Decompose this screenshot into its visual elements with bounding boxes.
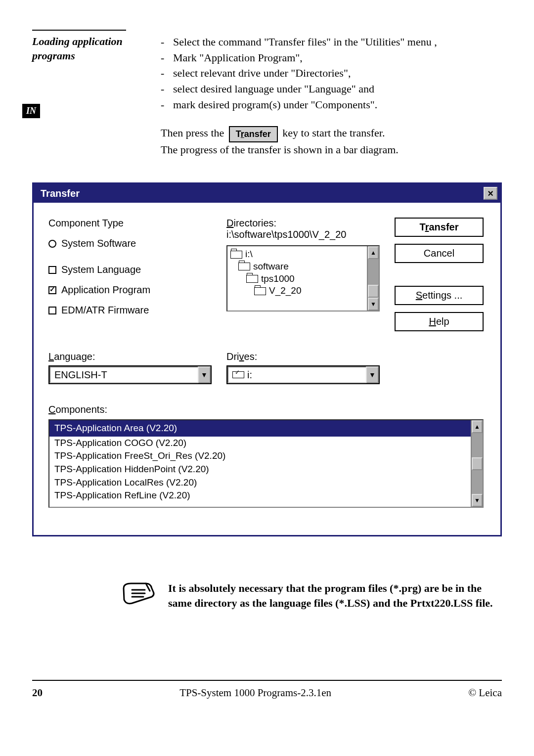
footer-center: TPS-System 1000 Programs-2.3.1en (179, 687, 331, 699)
list-item[interactable]: TPS-Application COGO (V2.20) (49, 437, 471, 450)
folder-open-icon (254, 287, 266, 295)
footer: 20 TPS-System 1000 Programs-2.3.1en © Le… (32, 687, 502, 699)
note-hand-icon (121, 581, 156, 610)
list-item[interactable]: TPS-Application LocalRes (V2.20) (49, 476, 471, 489)
instruction-item: select desired language under "Language"… (161, 82, 507, 96)
scroll-down-icon[interactable]: ▼ (368, 298, 379, 311)
dialog-title: Transfer (41, 188, 80, 199)
footer-right: © Leica (468, 687, 502, 699)
button-column: Transfer Cancel Settings ... Help (395, 218, 484, 331)
radio-icon (48, 240, 56, 248)
list-item[interactable]: TPS-Application RefLine (V2.20) (49, 489, 471, 502)
scroll-up-icon[interactable]: ▲ (472, 420, 483, 433)
language-label: Language: (48, 351, 212, 362)
progress-line: The progress of the transfer is shown in… (161, 143, 399, 156)
checkbox-icon (48, 307, 56, 314)
directory-path: i:\software\tps1000\V_2_20 (226, 229, 380, 240)
checkbox-icon (48, 266, 56, 274)
scroll-thumb[interactable] (368, 285, 379, 298)
components-listbox[interactable]: TPS-Application Area (V2.20) TPS-Applica… (48, 419, 484, 508)
scroll-up-icon[interactable]: ▲ (368, 246, 379, 259)
instruction-item: select relevant drive under "Directories… (161, 66, 507, 81)
footer-rule (32, 680, 502, 681)
press-after: key to start the transfer. (282, 127, 385, 139)
scrollbar[interactable]: ▲ ▼ (471, 420, 483, 507)
language-combo[interactable]: ENGLISH-T ▼ (48, 365, 212, 384)
directories-label: Directories: (226, 218, 380, 229)
side-heading: Loading application programs (32, 35, 131, 168)
directory-listbox[interactable]: i:\ software tps1000 V_2_20 ▲ ▼ (226, 245, 380, 311)
drives-label: Drives: (226, 351, 380, 362)
chevron-down-icon[interactable]: ▼ (366, 366, 379, 383)
instruction-list: Select the command "Transfer files" in t… (161, 35, 507, 112)
components-label: Components: (48, 404, 484, 415)
instruction-item: mark desired program(s) under "Component… (161, 97, 507, 112)
check-application-program[interactable]: Application Program (48, 284, 212, 296)
folder-open-icon (246, 275, 258, 283)
transfer-button[interactable]: Transfer (395, 218, 484, 237)
transfer-dialog: Transfer × Component Type System Softwar… (32, 182, 502, 536)
close-icon[interactable]: × (484, 187, 497, 200)
component-type-label: Component Type (48, 218, 212, 229)
scrollbar[interactable]: ▲ ▼ (367, 246, 379, 311)
drives-combo[interactable]: i: ▼ (226, 365, 380, 384)
note-text: It is absolutely necessary that the prog… (168, 581, 502, 610)
checkbox-checked-icon (48, 286, 56, 294)
component-type-group: Component Type System Software System La… (48, 218, 212, 331)
header-rule (32, 30, 126, 31)
check-edm-atr[interactable]: EDM/ATR Firmware (48, 305, 212, 316)
drives-group: Drives: i: ▼ (226, 351, 380, 384)
radio-system-software[interactable]: System Software (48, 238, 212, 249)
list-item-selected[interactable]: TPS-Application Area (V2.20) (49, 420, 471, 437)
titlebar: Transfer × (34, 184, 500, 203)
side-tab: IN (22, 104, 40, 118)
page-number: 20 (32, 687, 43, 699)
cancel-button[interactable]: Cancel (395, 244, 484, 263)
press-before: Then press the (161, 127, 224, 139)
chevron-down-icon[interactable]: ▼ (198, 366, 211, 383)
folder-open-icon (230, 251, 242, 259)
language-group: Language: ENGLISH-T ▼ (48, 351, 212, 384)
scroll-down-icon[interactable]: ▼ (472, 494, 483, 507)
transfer-inline-button[interactable]: Transfer (229, 126, 278, 142)
drive-icon (232, 371, 244, 378)
folder-open-icon (238, 263, 250, 270)
directories-group: Directories: i:\software\tps1000\V_2_20 … (226, 218, 380, 331)
settings-button[interactable]: Settings ... (395, 286, 484, 305)
scroll-thumb[interactable] (472, 457, 483, 470)
instruction-item: Select the command "Transfer files" in t… (161, 35, 507, 49)
check-system-language[interactable]: System Language (48, 264, 212, 275)
help-button[interactable]: Help (395, 312, 484, 331)
instruction-item: Mark "Application Program", (161, 50, 507, 65)
list-item[interactable]: TPS-Application HiddenPoint (V2.20) (49, 463, 471, 476)
list-item[interactable]: TPS-Application FreeSt_Ori_Res (V2.20) (49, 449, 471, 463)
